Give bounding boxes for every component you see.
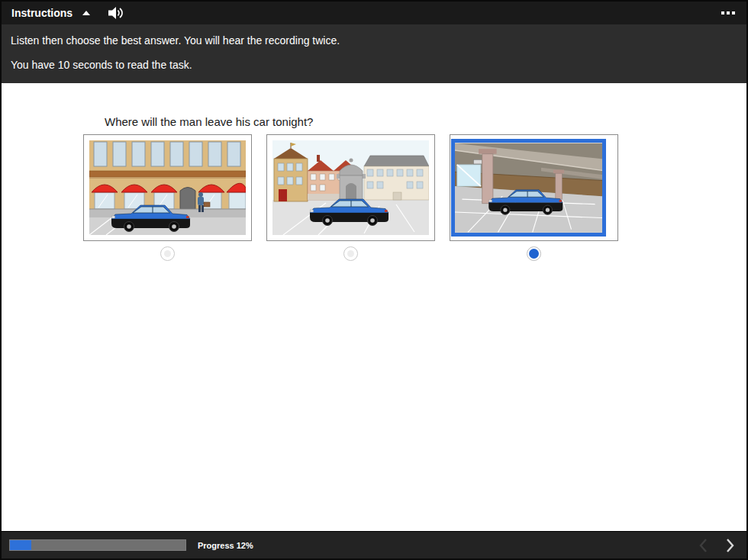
answer-options <box>83 134 746 261</box>
next-button[interactable] <box>723 537 737 554</box>
ellipsis-icon <box>732 11 735 14</box>
speaker-icon <box>108 6 124 20</box>
instructions-line-1: Listen then choose the best answer. You … <box>11 34 737 47</box>
option-garage-selection-frame <box>451 139 606 237</box>
option-garage <box>450 134 618 261</box>
option-garage-radio[interactable] <box>527 246 541 261</box>
caret-up-icon <box>82 11 90 15</box>
option-garage-imagebox[interactable] <box>450 134 618 241</box>
footer-bar: Progress 12% <box>2 531 746 558</box>
progress-bar-fill <box>10 540 31 550</box>
chevron-right-icon <box>724 537 736 554</box>
progress-label: Progress 12% <box>198 541 253 550</box>
question-text: Where will the man leave his car tonight… <box>105 115 746 128</box>
previous-button[interactable] <box>696 537 711 554</box>
option-street-frame <box>89 140 246 235</box>
option-street-imagebox[interactable] <box>83 134 252 241</box>
chevron-left-icon <box>698 537 709 554</box>
option-street-radio[interactable] <box>160 246 175 261</box>
radio-dot <box>529 249 539 259</box>
audio-replay-button[interactable] <box>108 6 124 20</box>
car-parked-in-indoor-car-park-image <box>455 143 602 233</box>
radio-dot <box>347 250 354 257</box>
radio-dot <box>164 250 171 257</box>
instructions-toggle[interactable]: Instructions <box>11 7 90 19</box>
instructions-line-2: You have 10 seconds to read the task. <box>11 59 737 71</box>
option-square <box>266 134 435 261</box>
navigation <box>696 537 737 554</box>
test-window: Instructions Listen then choose the best… <box>0 0 748 560</box>
option-square-imagebox[interactable] <box>266 134 435 241</box>
ellipsis-icon <box>727 11 730 14</box>
car-parked-on-street-image <box>89 140 246 235</box>
more-menu-button[interactable] <box>720 8 737 18</box>
task-area: Where will the man leave his car tonight… <box>2 83 746 531</box>
ellipsis-icon <box>721 11 724 14</box>
instructions-panel: Listen then choose the best answer. You … <box>2 24 746 83</box>
car-parked-in-town-square-image <box>272 140 429 235</box>
progress-bar-track <box>9 539 186 551</box>
option-street <box>83 134 252 261</box>
header-bar: Instructions <box>2 2 746 24</box>
option-square-frame <box>272 140 429 235</box>
instructions-title: Instructions <box>11 7 73 19</box>
option-square-radio[interactable] <box>343 246 358 261</box>
